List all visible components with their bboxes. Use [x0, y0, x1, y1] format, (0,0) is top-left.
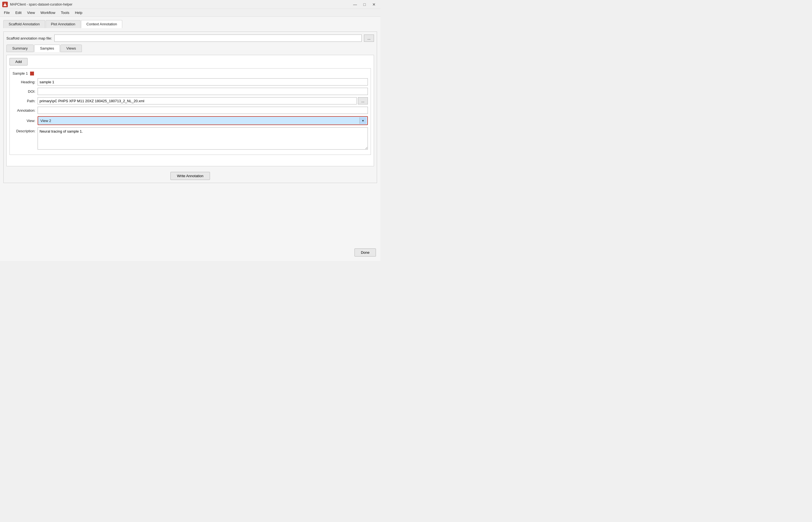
doi-input[interactable] — [38, 88, 368, 95]
menu-file[interactable]: File — [1, 9, 13, 16]
path-label: Path: — [13, 99, 38, 103]
scaffold-map-row: Scaffold annotation map file: ... — [6, 35, 374, 42]
sample-title: Sample 1 — [13, 71, 28, 76]
scaffold-map-browse-button[interactable]: ... — [364, 35, 374, 42]
top-tab-bar: Scaffold Annotation Plot Annotation Cont… — [3, 20, 377, 28]
done-button-container: Done — [354, 248, 376, 257]
doi-row: DOI: — [13, 88, 368, 95]
menu-tools[interactable]: Tools — [58, 9, 72, 16]
path-row: Path: ... — [13, 97, 368, 104]
view-label: View: — [13, 119, 38, 123]
tab-context-annotation[interactable]: Context Annotation — [81, 20, 122, 28]
heading-input[interactable] — [38, 78, 368, 85]
sample-header: Sample 1 — [13, 71, 368, 76]
menu-edit[interactable]: Edit — [13, 9, 24, 16]
view-selector-container: View 2 ▼ — [38, 116, 368, 125]
maximize-button[interactable]: □ — [360, 1, 369, 7]
write-annotation-container: Write Annotation — [6, 172, 374, 180]
add-sample-button[interactable]: Add — [9, 58, 27, 65]
tab-samples[interactable]: Samples — [34, 44, 60, 52]
menu-workflow[interactable]: Workflow — [38, 9, 58, 16]
description-row: Description: Neural tracing of sample 1. — [13, 127, 368, 149]
view-dropdown-button[interactable]: ▼ — [359, 117, 366, 124]
tab-summary[interactable]: Summary — [6, 44, 34, 52]
app-logo — [2, 2, 8, 7]
annotation-input[interactable] — [38, 107, 368, 114]
sub-tab-bar: Summary Samples Views — [6, 44, 374, 52]
doi-label: DOI: — [13, 89, 38, 94]
window-title: MAPClient - sparc-dataset-curation-helpe… — [10, 2, 351, 6]
scaffold-map-input[interactable] — [54, 35, 362, 42]
view-row: View: View 2 ▼ — [13, 116, 368, 125]
heading-label: Heading: — [13, 80, 38, 84]
path-browse-button[interactable]: ... — [358, 97, 368, 104]
menu-view[interactable]: View — [24, 9, 38, 16]
titlebar: MAPClient - sparc-dataset-curation-helpe… — [0, 0, 380, 9]
write-annotation-button[interactable]: Write Annotation — [170, 172, 210, 180]
path-input[interactable] — [38, 97, 357, 104]
samples-area: Add Sample 1 Heading: DOI: — [6, 55, 374, 166]
main-content: Scaffold Annotation Plot Annotation Cont… — [0, 17, 380, 261]
annotation-label: Annotation: — [13, 108, 38, 113]
context-annotation-panel: Scaffold annotation map file: ... Summar… — [3, 32, 377, 183]
minimize-button[interactable]: — — [351, 1, 359, 7]
menubar: File Edit View Workflow Tools Help — [0, 9, 380, 17]
window-controls: — □ ✕ — [351, 1, 378, 7]
done-button[interactable]: Done — [354, 248, 376, 257]
sample-delete-icon[interactable] — [30, 72, 34, 76]
tab-views[interactable]: Views — [60, 44, 82, 52]
close-button[interactable]: ✕ — [370, 1, 378, 7]
view-selected-value: View 2 — [39, 118, 359, 123]
tab-plot-annotation[interactable]: Plot Annotation — [46, 20, 81, 28]
description-label: Description: — [13, 127, 38, 133]
heading-row: Heading: — [13, 78, 368, 85]
menu-help[interactable]: Help — [72, 9, 85, 16]
tab-scaffold-annotation[interactable]: Scaffold Annotation — [3, 20, 45, 28]
annotation-row: Annotation: — [13, 107, 368, 114]
description-textarea[interactable]: Neural tracing of sample 1. — [38, 127, 368, 149]
sample-panel: Sample 1 Heading: DOI: — [9, 68, 371, 155]
scaffold-map-label: Scaffold annotation map file: — [6, 36, 52, 40]
